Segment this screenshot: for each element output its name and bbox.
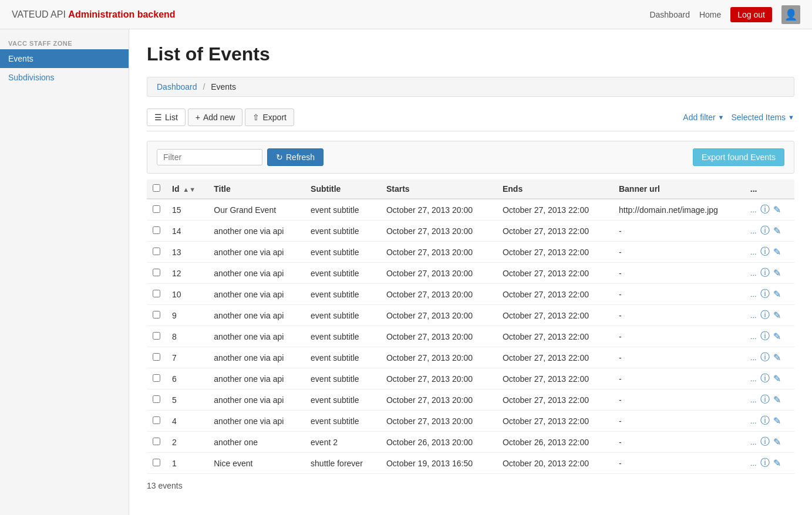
info-icon[interactable]: ⓘ bbox=[760, 267, 770, 279]
edit-icon[interactable]: ✎ bbox=[773, 267, 781, 279]
row-checkbox-cell bbox=[147, 326, 166, 347]
info-icon[interactable]: ⓘ bbox=[760, 288, 770, 300]
home-nav-link[interactable]: Home bbox=[699, 10, 721, 19]
row-checkbox[interactable] bbox=[153, 374, 160, 382]
row-checkbox[interactable] bbox=[153, 290, 160, 297]
edit-icon[interactable]: ✎ bbox=[773, 289, 781, 300]
row-checkbox[interactable] bbox=[153, 311, 160, 319]
edit-icon[interactable]: ✎ bbox=[773, 415, 781, 426]
row-checkbox[interactable] bbox=[153, 438, 160, 445]
row-starts: October 27, 2013 20:00 bbox=[380, 368, 497, 389]
more-options-icon[interactable]: ... bbox=[750, 311, 757, 320]
sidebar-item-subdivisions[interactable]: Subdivisions bbox=[0, 68, 129, 87]
edit-icon[interactable]: ✎ bbox=[773, 246, 781, 258]
table-row: 10 another one via api event subtitle Oc… bbox=[147, 284, 794, 305]
more-options-icon[interactable]: ... bbox=[750, 459, 757, 467]
row-checkbox[interactable] bbox=[153, 248, 160, 255]
row-id: 4 bbox=[166, 411, 208, 432]
info-icon[interactable]: ⓘ bbox=[760, 351, 770, 364]
dashboard-nav-link[interactable]: Dashboard bbox=[649, 10, 690, 19]
list-icon: ☰ bbox=[154, 113, 162, 122]
more-options-icon[interactable]: ... bbox=[750, 332, 757, 341]
edit-icon[interactable]: ✎ bbox=[773, 373, 781, 384]
edit-icon[interactable]: ✎ bbox=[773, 331, 781, 342]
row-checkbox[interactable] bbox=[153, 416, 160, 424]
sidebar: VACC STAFF ZONE Events Subdivisions bbox=[0, 29, 129, 515]
sidebar-item-events[interactable]: Events bbox=[0, 49, 129, 68]
more-options-icon[interactable]: ... bbox=[750, 290, 757, 299]
add-new-button[interactable]: + Add new bbox=[188, 109, 243, 126]
more-options-icon[interactable]: ... bbox=[750, 248, 757, 256]
select-all-checkbox[interactable] bbox=[153, 184, 160, 192]
more-options-icon[interactable]: ... bbox=[750, 205, 757, 214]
info-icon[interactable]: ⓘ bbox=[760, 330, 770, 343]
row-starts: October 27, 2013 20:00 bbox=[380, 199, 497, 221]
row-checkbox-cell bbox=[147, 453, 166, 474]
row-subtitle: event subtitle bbox=[305, 368, 380, 389]
edit-icon[interactable]: ✎ bbox=[773, 436, 781, 448]
action-icons: ... ⓘ ✎ bbox=[750, 351, 789, 364]
edit-icon[interactable]: ✎ bbox=[773, 352, 781, 363]
table-row: 4 another one via api event subtitle Oct… bbox=[147, 411, 794, 432]
refresh-button[interactable]: ↻ Refresh bbox=[267, 148, 324, 166]
more-options-icon[interactable]: ... bbox=[750, 438, 757, 446]
info-icon[interactable]: ⓘ bbox=[760, 372, 770, 385]
edit-icon[interactable]: ✎ bbox=[773, 310, 781, 321]
more-options-icon[interactable]: ... bbox=[750, 226, 757, 235]
edit-icon[interactable]: ✎ bbox=[773, 225, 781, 236]
row-starts: October 27, 2013 20:00 bbox=[380, 242, 497, 263]
info-icon[interactable]: ⓘ bbox=[760, 309, 770, 321]
row-checkbox[interactable] bbox=[153, 205, 160, 213]
more-options-icon[interactable]: ... bbox=[750, 269, 757, 277]
more-options-icon[interactable]: ... bbox=[750, 353, 757, 362]
header-id[interactable]: Id ▲▼ bbox=[166, 179, 208, 199]
row-actions: ... ⓘ ✎ bbox=[744, 389, 794, 411]
more-options-icon[interactable]: ... bbox=[750, 395, 757, 404]
row-checkbox[interactable] bbox=[153, 226, 160, 234]
row-title: another one via api bbox=[208, 305, 305, 326]
info-icon[interactable]: ⓘ bbox=[760, 204, 770, 216]
info-icon[interactable]: ⓘ bbox=[760, 225, 770, 237]
logout-button[interactable]: Log out bbox=[730, 7, 772, 22]
row-title: another one via api bbox=[208, 347, 305, 368]
row-subtitle: event subtitle bbox=[305, 242, 380, 263]
row-checkbox-cell bbox=[147, 284, 166, 305]
row-title: another one via api bbox=[208, 221, 305, 242]
row-checkbox[interactable] bbox=[153, 332, 160, 340]
row-title: another one bbox=[208, 432, 305, 453]
filter-input[interactable] bbox=[157, 149, 262, 165]
header-title: Title bbox=[208, 179, 305, 199]
edit-icon[interactable]: ✎ bbox=[773, 204, 781, 215]
row-checkbox[interactable] bbox=[153, 353, 160, 361]
list-button[interactable]: ☰ List bbox=[147, 109, 186, 126]
add-filter-dropdown[interactable]: Add filter ▼ bbox=[683, 113, 724, 122]
edit-icon[interactable]: ✎ bbox=[773, 458, 781, 469]
info-icon[interactable]: ⓘ bbox=[760, 457, 770, 469]
more-options-icon[interactable]: ... bbox=[750, 416, 757, 425]
row-subtitle: event subtitle bbox=[305, 326, 380, 347]
refresh-icon: ↻ bbox=[276, 153, 283, 162]
more-options-icon[interactable]: ... bbox=[750, 374, 757, 383]
row-title: another one via api bbox=[208, 368, 305, 389]
table-row: 6 another one via api event subtitle Oct… bbox=[147, 368, 794, 389]
breadcrumb-dashboard-link[interactable]: Dashboard bbox=[157, 82, 197, 92]
row-subtitle: event subtitle bbox=[305, 347, 380, 368]
table-row: 2 another one event 2 October 26, 2013 2… bbox=[147, 432, 794, 453]
info-icon[interactable]: ⓘ bbox=[760, 436, 770, 448]
row-checkbox[interactable] bbox=[153, 459, 160, 466]
chevron-down-icon-2: ▼ bbox=[788, 114, 794, 121]
row-subtitle: event subtitle bbox=[305, 305, 380, 326]
export-button[interactable]: ⇧ Export bbox=[245, 109, 294, 126]
content-area: List of Events Dashboard / Events ☰ List… bbox=[129, 29, 812, 515]
row-checkbox[interactable] bbox=[153, 269, 160, 276]
edit-icon[interactable]: ✎ bbox=[773, 394, 781, 405]
info-icon[interactable]: ⓘ bbox=[760, 415, 770, 427]
row-checkbox-cell bbox=[147, 199, 166, 221]
row-banner-url: - bbox=[613, 221, 744, 242]
selected-items-dropdown[interactable]: Selected Items ▼ bbox=[732, 113, 795, 122]
export-found-button[interactable]: Export found Events bbox=[693, 148, 784, 166]
info-icon[interactable]: ⓘ bbox=[760, 246, 770, 258]
info-icon[interactable]: ⓘ bbox=[760, 394, 770, 406]
row-title: another one via api bbox=[208, 242, 305, 263]
row-checkbox[interactable] bbox=[153, 395, 160, 403]
